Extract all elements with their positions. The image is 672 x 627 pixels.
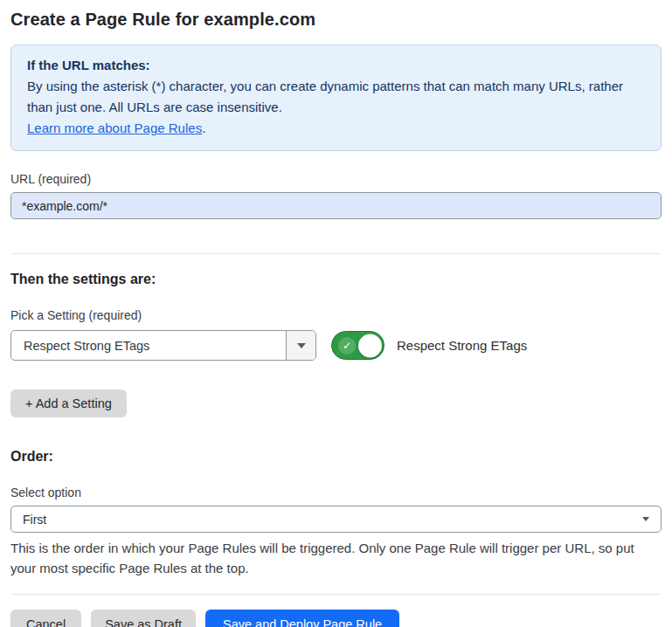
select-caret-icon xyxy=(642,517,649,521)
learn-more-link[interactable]: Learn more about Page Rules xyxy=(27,121,202,135)
dropdown-arrow-icon xyxy=(297,343,306,348)
save-and-deploy-button[interactable]: Save and Deploy Page Rule xyxy=(205,610,399,627)
check-icon: ✓ xyxy=(338,337,356,355)
respect-strong-etags-toggle[interactable]: ✓ xyxy=(331,331,384,360)
divider xyxy=(10,594,662,595)
setting-dropdown-value: Respect Strong ETags xyxy=(11,331,286,360)
order-select[interactable]: First xyxy=(10,506,662,533)
info-box-link-line: Learn more about Page Rules. xyxy=(27,118,645,139)
cancel-button[interactable]: Cancel xyxy=(10,610,81,627)
setting-toggle-group: ✓ Respect Strong ETags xyxy=(331,331,527,360)
order-select-value: First xyxy=(23,513,642,527)
pick-setting-label: Pick a Setting (required) xyxy=(10,308,662,322)
order-help-text: This is the order in which your Page Rul… xyxy=(10,538,662,578)
order-select-label: Select option xyxy=(10,486,662,500)
setting-dropdown[interactable]: Respect Strong ETags xyxy=(10,330,316,361)
toggle-knob xyxy=(358,334,382,357)
toggle-label: Respect Strong ETags xyxy=(397,338,527,353)
add-setting-button[interactable]: + Add a Setting xyxy=(10,389,127,417)
info-box-body: By using the asterisk (*) character, you… xyxy=(27,76,645,118)
footer-actions: Cancel Save as Draft Save and Deploy Pag… xyxy=(10,610,662,627)
page-rule-form: Create a Page Rule for example.com If th… xyxy=(0,10,672,627)
page-title: Create a Page Rule for example.com xyxy=(10,10,662,30)
setting-row: Respect Strong ETags ✓ Respect Strong ET… xyxy=(10,330,662,361)
url-match-info-box: If the URL matches: By using the asteris… xyxy=(10,45,662,151)
save-as-draft-button[interactable]: Save as Draft xyxy=(91,610,196,627)
url-input[interactable] xyxy=(10,192,662,219)
info-box-heading: If the URL matches: xyxy=(27,55,645,76)
url-field-label: URL (required) xyxy=(10,172,662,186)
order-section-heading: Order: xyxy=(10,449,662,465)
settings-section-heading: Then the settings are: xyxy=(10,272,662,287)
link-suffix: . xyxy=(202,121,205,135)
setting-dropdown-arrow-button[interactable] xyxy=(286,331,315,360)
divider xyxy=(10,253,662,254)
